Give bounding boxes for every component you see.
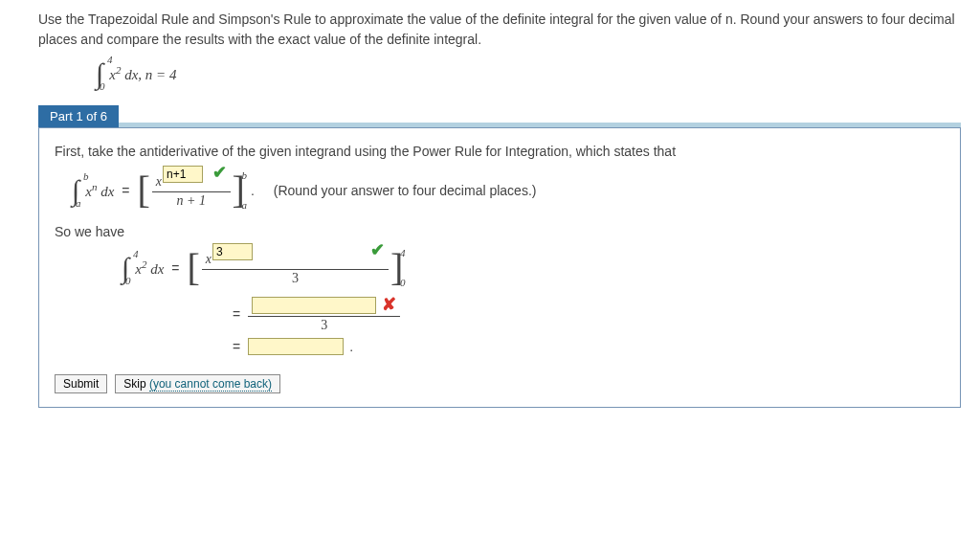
integral-upper: 4: [107, 54, 113, 65]
l1-den: 3: [292, 270, 299, 285]
skip-button[interactable]: Skip (you cannot come back): [115, 374, 280, 393]
part-progress-bar: Part 1 of 6: [38, 105, 961, 127]
integral-sign-icon: ∫ 4 0: [96, 57, 103, 90]
br-top: b: [242, 169, 248, 181]
l1-integrand: x2 dx: [135, 258, 164, 278]
l2-den: 3: [321, 317, 327, 332]
integral-sign-icon: ∫ 4 0: [122, 252, 129, 284]
l1-br-top: 4: [400, 247, 406, 258]
bracket-left-icon: [: [138, 168, 150, 213]
equals-sign: =: [171, 260, 179, 276]
period: .: [349, 339, 353, 354]
l1-upper: 4: [133, 248, 139, 259]
rule-fraction: x ✔ n + 1: [152, 171, 231, 208]
cross-icon: ✘: [382, 296, 396, 315]
rule-upper: b: [83, 170, 89, 182]
equals-sign: =: [233, 339, 240, 354]
bracket-right-icon: ] 4 0: [390, 245, 403, 290]
l1-br-bot: 0: [400, 277, 406, 288]
submit-button[interactable]: Submit: [55, 374, 107, 393]
compute-line-3: = .: [225, 338, 945, 355]
rule-exponent-input[interactable]: [163, 166, 203, 183]
br-bot: a: [242, 199, 248, 211]
problem-integral: ∫ 4 0 x2 dx, n = 4: [96, 57, 961, 90]
problem-instructions: Use the Trapezoidal Rule and Simpson's R…: [38, 10, 961, 50]
skip-note: (you cannot come back): [149, 377, 272, 392]
bracket-right-icon: ] b a: [233, 168, 245, 213]
l1-x: x: [206, 252, 212, 266]
bracket-left-icon: [: [188, 245, 200, 290]
l2-numerator-input[interactable]: [252, 297, 376, 314]
l3-result-input[interactable]: [248, 338, 344, 355]
part-remain: [119, 123, 961, 127]
rule-lower: a: [76, 197, 81, 209]
rule-integrand: xn dx: [85, 181, 114, 200]
compute-line-1: ∫ 4 0 x2 dx = [ x ✔ 3 ] 4 0: [122, 245, 945, 290]
problem-integrand: x2 dx, n = 4: [109, 64, 176, 83]
part-label: Part 1 of 6: [38, 105, 119, 127]
l2-fraction: ✘ 3: [248, 296, 400, 332]
l1-exponent-input[interactable]: [212, 243, 253, 260]
check-icon: ✔: [370, 240, 385, 259]
so-we-have-text: So we have: [55, 224, 945, 239]
power-rule-expression: ∫ b a xn dx = [ x ✔ n + 1 ] b a .: [72, 168, 945, 213]
integral-lower: 0: [100, 80, 105, 92]
equals-sign: =: [233, 306, 240, 322]
part-body: First, take the antiderivative of the gi…: [38, 127, 961, 408]
rule-den: n + 1: [176, 192, 205, 208]
integral-sign-icon: ∫ b a: [72, 174, 79, 207]
button-row: Submit Skip (you cannot come back): [55, 374, 945, 393]
rule-x: x: [156, 174, 162, 189]
l1-lower: 0: [125, 275, 131, 286]
equals-sign: =: [122, 183, 129, 198]
round-note: (Round your answer to four decimal place…: [274, 183, 537, 198]
compute-line-2: = ✘ 3: [225, 296, 945, 332]
check-icon: ✔: [212, 163, 227, 182]
step-intro: First, take the antiderivative of the gi…: [55, 142, 945, 162]
period: .: [251, 183, 255, 198]
l1-fraction: x ✔ 3: [202, 249, 389, 285]
